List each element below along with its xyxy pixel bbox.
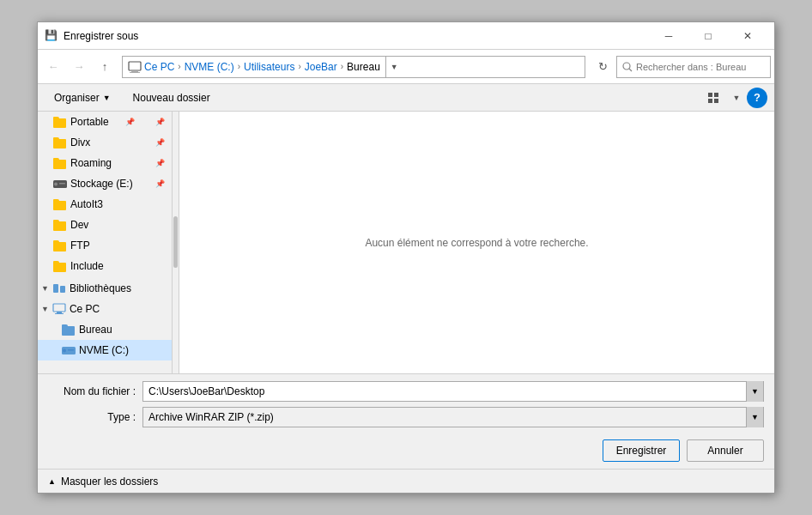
breadcrumb-sep-4: › bbox=[341, 62, 343, 71]
breadcrumb-item-nvme[interactable]: NVME (C:) bbox=[185, 61, 234, 73]
filename-field[interactable]: ▼ bbox=[142, 381, 764, 402]
sidebar-item-autoit3[interactable]: AutoIt3 bbox=[38, 194, 172, 215]
type-label: Type : bbox=[48, 411, 142, 423]
svg-rect-6 bbox=[714, 93, 718, 97]
section-chevron-icon: ▼ bbox=[41, 284, 49, 293]
dialog-icon: 💾 bbox=[45, 29, 58, 43]
folder-icon bbox=[53, 220, 67, 231]
folder-icon bbox=[53, 158, 67, 169]
view-toggle-button[interactable] bbox=[702, 88, 726, 108]
breadcrumb-expand-button[interactable]: ▼ bbox=[385, 56, 403, 78]
filename-input[interactable] bbox=[148, 385, 746, 397]
pin-icon: 📌 bbox=[125, 118, 135, 126]
sidebar-item-roaming[interactable]: Roaming 📌 bbox=[38, 153, 172, 173]
type-dropdown[interactable]: Archive WinRAR ZIP (*.zip) ▼ bbox=[142, 407, 764, 427]
svg-point-3 bbox=[623, 63, 630, 70]
sidebar-item-dev-label: Dev bbox=[70, 219, 88, 231]
help-button[interactable]: ? bbox=[747, 88, 767, 108]
hide-folders-chevron-icon: ▲ bbox=[48, 477, 56, 486]
organize-button[interactable]: Organiser ▼ bbox=[45, 88, 120, 108]
search-icon bbox=[622, 62, 633, 72]
sidebar-section-bibliotheques[interactable]: ▼ Bibliothèques bbox=[38, 278, 172, 299]
svg-rect-13 bbox=[60, 286, 65, 293]
breadcrumb-sep-1: › bbox=[178, 62, 180, 71]
filename-label: Nom du fichier : bbox=[48, 385, 142, 397]
breadcrumb-current: Bureau bbox=[347, 61, 380, 73]
breadcrumb-joebar-label: JoeBar bbox=[305, 61, 337, 73]
svg-rect-14 bbox=[53, 304, 65, 312]
breadcrumb-item-cepc[interactable]: Ce PC bbox=[128, 61, 174, 73]
sidebar-item-include[interactable]: Include bbox=[38, 256, 172, 276]
breadcrumb-item-utilisateurs[interactable]: Utilisateurs bbox=[244, 61, 294, 73]
main-area: Portable 📌 Divx 📌 Roaming 📌 bbox=[38, 112, 774, 373]
title-bar-buttons: ─ □ ✕ bbox=[649, 22, 767, 50]
sidebar-item-divx[interactable]: Divx 📌 bbox=[38, 132, 172, 153]
nav-bar: ← → ↑ Ce PC › NVME (C:) › Utilisateurs › bbox=[38, 50, 774, 84]
new-folder-button[interactable]: Nouveau dossier bbox=[124, 88, 220, 108]
sidebar-item-stockage[interactable]: Stockage (E:) 📌 bbox=[38, 173, 172, 194]
help-label: ? bbox=[754, 91, 760, 104]
svg-rect-2 bbox=[130, 72, 140, 73]
save-button[interactable]: Enregistrer bbox=[603, 439, 680, 462]
folder-icon bbox=[53, 261, 67, 272]
filename-dropdown-button[interactable]: ▼ bbox=[746, 381, 763, 402]
sidebar-item-ftp[interactable]: FTP bbox=[38, 235, 172, 256]
toolbar: Organiser ▼ Nouveau dossier ▼ ? bbox=[38, 84, 774, 112]
sidebar-scrollbar-thumb[interactable] bbox=[173, 216, 178, 268]
svg-rect-7 bbox=[708, 99, 712, 103]
pin-icon: 📌 bbox=[155, 179, 165, 188]
svg-rect-19 bbox=[68, 349, 74, 351]
content-panel: Aucun élément ne correspond à votre rech… bbox=[179, 112, 774, 373]
sidebar-item-nvme[interactable]: NVME (C:) bbox=[38, 340, 172, 360]
new-folder-label: Nouveau dossier bbox=[133, 92, 210, 104]
close-button[interactable]: ✕ bbox=[728, 22, 767, 50]
type-dropdown-arrow[interactable]: ▼ bbox=[746, 407, 763, 427]
grid-view-icon bbox=[707, 92, 721, 104]
sidebar: Portable 📌 Divx 📌 Roaming 📌 bbox=[38, 112, 172, 373]
sidebar-item-ftp-label: FTP bbox=[70, 239, 90, 251]
search-input[interactable] bbox=[636, 62, 765, 72]
sidebar-scrollbar[interactable] bbox=[172, 112, 179, 373]
breadcrumb: Ce PC › NVME (C:) › Utilisateurs › JoeBa… bbox=[122, 56, 585, 78]
view-dropdown-button[interactable]: ▼ bbox=[730, 88, 743, 108]
sidebar-item-divx-label: Divx bbox=[70, 136, 90, 148]
breadcrumb-utilisateurs-label: Utilisateurs bbox=[244, 61, 294, 73]
search-box bbox=[616, 56, 771, 78]
breadcrumb-sep-2: › bbox=[238, 62, 240, 71]
hide-folders-bar[interactable]: ▲ Masquer les dossiers bbox=[38, 469, 774, 493]
sidebar-section-cepc[interactable]: ▼ Ce PC bbox=[38, 299, 172, 319]
sidebar-cepc-label: Ce PC bbox=[70, 303, 100, 315]
breadcrumb-sep-3: › bbox=[298, 62, 300, 71]
sidebar-item-autoit3-label: AutoIt3 bbox=[70, 198, 103, 210]
toolbar-right: ▼ ? bbox=[702, 88, 767, 108]
drive-icon bbox=[53, 178, 67, 190]
refresh-button[interactable]: ↻ bbox=[591, 55, 615, 79]
svg-rect-8 bbox=[714, 99, 718, 103]
nvme-drive-icon bbox=[62, 344, 76, 356]
folder-icon bbox=[53, 240, 67, 251]
sidebar-item-stockage-label: Stockage (E:) bbox=[70, 178, 133, 190]
file-fields: Nom du fichier : ▼ Type : Archive WinRAR… bbox=[38, 374, 774, 436]
sidebar-item-portable-label: Portable bbox=[70, 116, 109, 128]
empty-message: Aucun élément ne correspond à votre rech… bbox=[365, 237, 588, 249]
sidebar-item-bureau[interactable]: Bureau bbox=[38, 319, 172, 340]
folder-icon bbox=[53, 199, 67, 210]
svg-rect-15 bbox=[57, 312, 62, 313]
breadcrumb-item-joebar[interactable]: JoeBar bbox=[305, 61, 337, 73]
sidebar-item-include-label: Include bbox=[70, 260, 104, 272]
filename-row: Nom du fichier : ▼ bbox=[48, 381, 764, 402]
pc-icon bbox=[128, 61, 142, 73]
back-button[interactable]: ← bbox=[41, 55, 65, 79]
type-value: Archive WinRAR ZIP (*.zip) bbox=[148, 411, 274, 423]
sidebar-bibliotheques-label: Bibliothèques bbox=[70, 282, 131, 294]
pin-icon: 📌 bbox=[155, 159, 165, 167]
cancel-button[interactable]: Annuler bbox=[687, 439, 764, 462]
up-button[interactable]: ↑ bbox=[93, 55, 117, 79]
breadcrumb-nvme-label: NVME (C:) bbox=[185, 61, 234, 73]
sidebar-item-portable[interactable]: Portable 📌 bbox=[38, 112, 172, 132]
maximize-button[interactable]: □ bbox=[688, 22, 728, 50]
minimize-button[interactable]: ─ bbox=[649, 22, 688, 50]
folder-icon bbox=[53, 117, 67, 128]
sidebar-item-dev[interactable]: Dev bbox=[38, 215, 172, 235]
forward-button[interactable]: → bbox=[67, 55, 91, 79]
